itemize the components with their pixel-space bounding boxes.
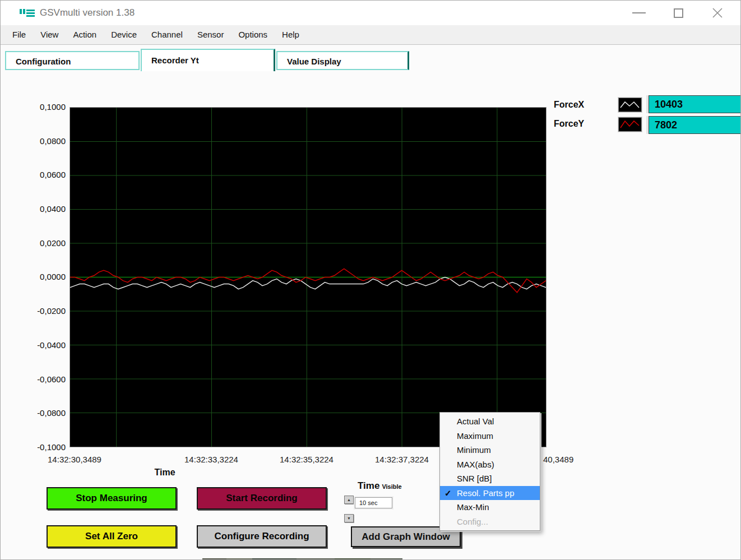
menu-item-snr-db[interactable]: SNR [dB] <box>440 471 540 486</box>
x-tick: 14:32:30,3489 <box>48 455 101 464</box>
app-logo-icon <box>20 9 36 18</box>
legend-label-forcex: ForceX <box>554 100 584 110</box>
time-increment-button[interactable]: ▲ <box>344 496 354 504</box>
menu-item-max-min[interactable]: Max-Min <box>440 500 540 515</box>
menu-sensor[interactable]: Sensor <box>190 25 231 44</box>
menu-options[interactable]: Options <box>231 25 275 44</box>
yt-chart <box>70 108 546 447</box>
arrow-down-icon: ▼ <box>347 516 351 520</box>
time-visible-label: TimeVisible <box>358 480 402 492</box>
forcey-value-display[interactable]: 7802 <box>649 116 741 134</box>
x-tick: 14:32:37,3224 <box>375 455 429 464</box>
menu-action[interactable]: Action <box>66 25 104 44</box>
minimize-icon <box>632 12 646 13</box>
y-tick: -0,0200 <box>16 306 66 316</box>
menu-item-max-abs[interactable]: MAX(abs) <box>440 457 540 472</box>
time-decrement-button[interactable]: ▼ <box>344 514 354 522</box>
y-tick: -0,0400 <box>16 340 66 350</box>
y-tick: 0,0800 <box>16 136 66 146</box>
y-axis-labels: 0,1000 0,0800 0,0600 0,0400 0,0200 0,000… <box>16 102 66 452</box>
menu-item-label: Resol. Parts pp <box>457 488 515 498</box>
x-tick: 40,3489 <box>543 455 573 464</box>
y-tick: 0,0400 <box>16 204 66 214</box>
close-button[interactable] <box>705 1 730 25</box>
check-icon: ✓ <box>444 486 452 501</box>
y-tick: 0,1000 <box>16 102 66 112</box>
menu-device[interactable]: Device <box>104 25 144 44</box>
configure-recording-button[interactable]: Configure Recording <box>197 525 327 548</box>
menu-item-config: Config... <box>440 515 540 529</box>
graph-plot-area[interactable] <box>70 107 547 447</box>
tab-value-display[interactable]: Value Display <box>276 51 409 70</box>
time-visible-suffix: Visible <box>382 483 401 490</box>
forcey-line <box>70 269 546 292</box>
tab-recorder-yt[interactable]: Recorder Yt <box>141 49 275 71</box>
title-bar: GSVmulti version 1.38 <box>1 1 740 25</box>
x-axis-title: Time <box>134 468 196 478</box>
y-tick: -0,0800 <box>16 408 66 418</box>
arrow-up-icon: ▲ <box>347 498 351 502</box>
forcex-value-display[interactable]: 10403 <box>649 95 741 113</box>
y-tick: 0,0000 <box>16 272 66 282</box>
menu-view[interactable]: View <box>33 25 66 44</box>
y-tick: -0,0600 <box>16 374 66 385</box>
time-visible-input[interactable]: 10 sec <box>355 497 392 508</box>
menu-bar: File View Action Device Channel Sensor O… <box>1 25 740 45</box>
window-title: GSVmulti version 1.38 <box>40 7 135 18</box>
y-tick: -0,1000 <box>16 442 66 452</box>
close-icon <box>711 7 724 19</box>
time-visible-title: Time <box>358 480 379 491</box>
set-all-zero-button[interactable]: Set All Zero <box>47 525 177 548</box>
maximize-button[interactable] <box>665 1 691 25</box>
minimize-button[interactable] <box>626 1 652 25</box>
y-tick: 0,0600 <box>16 170 66 180</box>
menu-item-actual-val[interactable]: Actual Val <box>440 414 540 429</box>
app-window: GSVmulti version 1.38 File View Action D… <box>0 0 741 560</box>
forcex-zigzag-icon <box>619 98 641 112</box>
menu-item-maximum[interactable]: Maximum <box>440 429 540 443</box>
y-tick: 0,0200 <box>16 238 66 248</box>
maximize-icon <box>674 8 683 18</box>
stop-measuring-button[interactable]: Stop Measuring <box>47 487 177 510</box>
forcex-line-swatch[interactable] <box>618 98 642 112</box>
menu-item-minimum[interactable]: Minimum <box>440 443 540 457</box>
forcey-zigzag-icon <box>619 118 641 131</box>
forcey-line-swatch[interactable] <box>618 117 642 132</box>
start-recording-button[interactable]: Start Recording <box>197 487 327 510</box>
graph-context-menu: Actual Val Maximum Minimum MAX(abs) SNR … <box>439 412 540 531</box>
x-tick: 14:32:35,3224 <box>280 455 334 464</box>
menu-help[interactable]: Help <box>275 25 307 44</box>
tab-configuration[interactable]: Configuration <box>5 51 140 70</box>
menu-channel[interactable]: Channel <box>144 25 190 44</box>
menu-file[interactable]: File <box>5 25 33 44</box>
x-tick: 14:32:33,3224 <box>184 455 238 464</box>
menu-item-resol-parts-pp[interactable]: ✓ Resol. Parts pp <box>440 486 540 501</box>
forcex-line <box>70 277 546 289</box>
legend-label-forcey: ForceY <box>554 119 584 129</box>
